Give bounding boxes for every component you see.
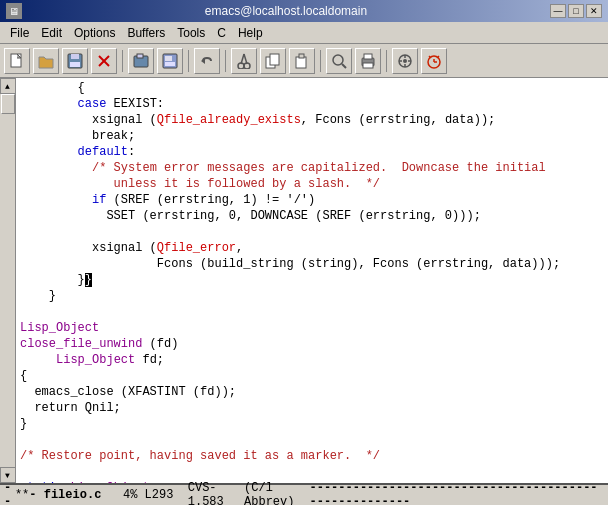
svg-line-15 <box>244 54 247 64</box>
menu-tools[interactable]: Tools <box>171 24 211 42</box>
svg-line-21 <box>342 64 346 68</box>
minimize-button[interactable]: — <box>550 4 566 18</box>
paste-button[interactable] <box>289 48 315 74</box>
status-spacer1 <box>37 488 44 502</box>
status-filename: fileio.c <box>44 488 102 502</box>
toolbar <box>0 44 608 78</box>
code-line-17: close_file_unwind (fd) <box>20 337 178 351</box>
status-spacer4 <box>173 488 187 502</box>
code-line-24: /* Restore point, having saved it as a m… <box>20 449 380 463</box>
code-line-4: break; <box>20 129 135 143</box>
svg-rect-24 <box>363 63 373 68</box>
kill-buffer-button[interactable] <box>91 48 117 74</box>
menu-help[interactable]: Help <box>232 24 269 42</box>
status-cvs: CVS-1.583 <box>188 481 237 505</box>
tools-button[interactable] <box>392 48 418 74</box>
open-file-button[interactable] <box>33 48 59 74</box>
maximize-button[interactable]: □ <box>568 4 584 18</box>
svg-line-14 <box>241 54 244 64</box>
svg-point-26 <box>403 59 407 63</box>
svg-rect-17 <box>270 54 279 65</box>
app-icon: 🖥 <box>6 3 22 19</box>
code-line-5: default: <box>20 145 135 159</box>
code-line-26: static Lisp_Object <box>20 481 150 483</box>
code-line-13: }} <box>20 273 92 287</box>
svg-rect-10 <box>165 62 175 66</box>
status-spacer3 <box>137 488 144 502</box>
menu-buffers[interactable]: Buffers <box>121 24 171 42</box>
svg-rect-19 <box>299 54 304 58</box>
code-line-16: Lisp_Object <box>20 321 99 335</box>
window-title: emacs@localhost.localdomain <box>22 4 550 18</box>
code-line-1: { <box>20 81 85 95</box>
save-as-button[interactable] <box>128 48 154 74</box>
toolbar-separator-3 <box>225 50 226 72</box>
code-line-22: } <box>20 417 27 431</box>
status-dash2: - <box>29 488 36 502</box>
code-line-18: Lisp_Object fd; <box>20 353 164 367</box>
status-percent: 4% <box>123 488 137 502</box>
svg-rect-7 <box>137 54 143 58</box>
save-button[interactable] <box>62 48 88 74</box>
code-editor[interactable]: { case EEXIST: xsignal (Qfile_already_ex… <box>16 78 608 483</box>
code-line-12: Fcons (build_string (string), Fcons (err… <box>20 257 560 271</box>
code-line-2: case EEXIST: <box>20 97 164 111</box>
code-line-21: return Qnil; <box>20 401 121 415</box>
code-line-9: SSET (errstring, 0, DOWNCASE (SREF (errs… <box>20 209 481 223</box>
code-line-6: /* System error messages are capitalized… <box>20 161 546 175</box>
titlebar: 🖥 emacs@localhost.localdomain — □ ✕ <box>0 0 608 22</box>
statusbar: -- ** - fileio.c 4% L293 CVS-1.583 (C/l … <box>0 483 608 505</box>
copy-button[interactable] <box>260 48 286 74</box>
window-controls[interactable]: — □ ✕ <box>550 4 602 18</box>
code-line-19: { <box>20 369 27 383</box>
status-dash-fill: ** <box>15 488 29 502</box>
write-file-button[interactable] <box>157 48 183 74</box>
svg-rect-23 <box>364 54 372 59</box>
code-line-11: xsignal (Qfile_error, <box>20 241 243 255</box>
new-file-button[interactable] <box>4 48 30 74</box>
code-line-3: xsignal (Qfile_already_exists, Fcons (er… <box>20 113 495 127</box>
undo-button[interactable] <box>194 48 220 74</box>
print-button[interactable] <box>355 48 381 74</box>
svg-rect-9 <box>165 56 172 61</box>
scroll-track[interactable] <box>1 94 15 467</box>
search-button[interactable] <box>326 48 352 74</box>
menu-c[interactable]: C <box>211 24 232 42</box>
menu-options[interactable]: Options <box>68 24 121 42</box>
scroll-up-arrow[interactable]: ▲ <box>0 78 16 94</box>
code-line-14: } <box>20 289 56 303</box>
toolbar-separator-2 <box>188 50 189 72</box>
status-spacer5 <box>237 488 244 502</box>
left-scrollbar[interactable]: ▲ ▼ <box>0 78 16 483</box>
editor-area: ▲ ▼ { case EEXIST: xsignal (Qfile_alread… <box>0 78 608 483</box>
svg-rect-2 <box>71 54 79 59</box>
svg-rect-18 <box>296 57 306 68</box>
menubar: File Edit Options Buffers Tools C Help <box>0 22 608 44</box>
status-dashes-right: ----------------------------------------… <box>310 481 605 505</box>
svg-rect-3 <box>70 62 80 67</box>
status-line: L293 <box>145 488 174 502</box>
status-spacer2 <box>101 488 123 502</box>
toolbar-separator-1 <box>122 50 123 72</box>
toolbar-separator-5 <box>386 50 387 72</box>
toolbar-separator-4 <box>320 50 321 72</box>
code-line-20: emacs_close (XFASTINT (fd)); <box>20 385 236 399</box>
code-line-8: if (SREF (errstring, 1) != '/') <box>20 193 315 207</box>
scroll-thumb[interactable] <box>1 94 15 114</box>
svg-point-20 <box>333 55 343 65</box>
close-button[interactable]: ✕ <box>586 4 602 18</box>
code-line-7: unless it is followed by a slash. */ <box>20 177 380 191</box>
cut-button[interactable] <box>231 48 257 74</box>
status-dashes-left: -- <box>4 481 15 505</box>
menu-file[interactable]: File <box>4 24 35 42</box>
status-mode: (C/l Abbrev) <box>244 481 309 505</box>
menu-edit[interactable]: Edit <box>35 24 68 42</box>
alarm-button[interactable] <box>421 48 447 74</box>
